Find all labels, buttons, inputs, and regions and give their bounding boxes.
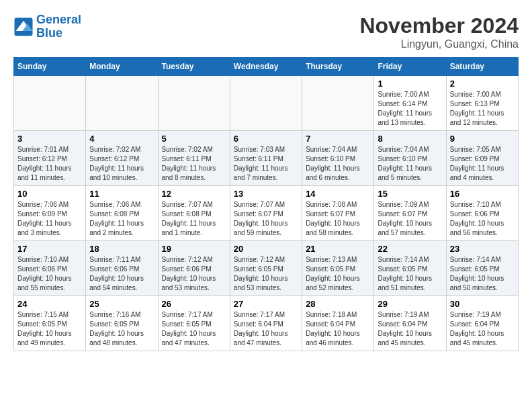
calendar-cell: 10Sunrise: 7:06 AM Sunset: 6:09 PM Dayli… — [14, 186, 86, 241]
day-number: 24 — [17, 299, 82, 309]
day-info: Sunrise: 7:02 AM Sunset: 6:11 PM Dayligh… — [162, 145, 226, 183]
day-number: 9 — [450, 134, 515, 144]
day-info: Sunrise: 7:12 AM Sunset: 6:05 PM Dayligh… — [234, 255, 298, 293]
weekday-header: Saturday — [446, 58, 518, 76]
logo-icon — [13, 17, 34, 37]
weekday-header: Thursday — [302, 58, 374, 76]
calendar-cell: 26Sunrise: 7:17 AM Sunset: 6:05 PM Dayli… — [158, 296, 230, 351]
calendar-cell: 30Sunrise: 7:19 AM Sunset: 6:04 PM Dayli… — [446, 296, 518, 351]
day-info: Sunrise: 7:04 AM Sunset: 6:10 PM Dayligh… — [306, 145, 370, 183]
day-info: Sunrise: 7:17 AM Sunset: 6:04 PM Dayligh… — [234, 310, 298, 348]
day-info: Sunrise: 7:10 AM Sunset: 6:06 PM Dayligh… — [450, 200, 515, 238]
calendar-cell: 4Sunrise: 7:02 AM Sunset: 6:12 PM Daylig… — [86, 131, 158, 186]
weekday-header-row: SundayMondayTuesdayWednesdayThursdayFrid… — [14, 58, 519, 76]
calendar-cell: 13Sunrise: 7:07 AM Sunset: 6:07 PM Dayli… — [230, 186, 302, 241]
day-number: 30 — [450, 299, 515, 309]
day-number: 22 — [378, 244, 442, 254]
day-info: Sunrise: 7:02 AM Sunset: 6:12 PM Dayligh… — [89, 145, 154, 183]
day-number: 5 — [162, 134, 226, 144]
weekday-header: Sunday — [14, 58, 86, 76]
day-number: 14 — [306, 189, 370, 199]
calendar-cell: 12Sunrise: 7:07 AM Sunset: 6:08 PM Dayli… — [158, 186, 230, 241]
day-info: Sunrise: 7:13 AM Sunset: 6:05 PM Dayligh… — [306, 255, 370, 293]
day-number: 21 — [306, 244, 370, 254]
calendar-week-row: 10Sunrise: 7:06 AM Sunset: 6:09 PM Dayli… — [14, 186, 519, 241]
logo: General Blue — [13, 13, 81, 40]
day-info: Sunrise: 7:15 AM Sunset: 6:05 PM Dayligh… — [17, 310, 82, 348]
day-number: 4 — [89, 134, 154, 144]
weekday-header: Tuesday — [158, 58, 230, 76]
logo-text: General Blue — [36, 13, 81, 40]
calendar-cell: 24Sunrise: 7:15 AM Sunset: 6:05 PM Dayli… — [14, 296, 86, 351]
day-info: Sunrise: 7:16 AM Sunset: 6:05 PM Dayligh… — [89, 310, 154, 348]
calendar-cell: 15Sunrise: 7:09 AM Sunset: 6:07 PM Dayli… — [374, 186, 446, 241]
calendar-cell: 6Sunrise: 7:03 AM Sunset: 6:11 PM Daylig… — [230, 131, 302, 186]
calendar-cell — [302, 76, 374, 131]
day-info: Sunrise: 7:07 AM Sunset: 6:07 PM Dayligh… — [234, 200, 298, 238]
day-number: 1 — [378, 79, 442, 89]
calendar-cell: 7Sunrise: 7:04 AM Sunset: 6:10 PM Daylig… — [302, 131, 374, 186]
day-info: Sunrise: 7:18 AM Sunset: 6:04 PM Dayligh… — [306, 310, 370, 348]
calendar-cell: 3Sunrise: 7:01 AM Sunset: 6:12 PM Daylig… — [14, 131, 86, 186]
day-number: 3 — [17, 134, 82, 144]
calendar-cell: 21Sunrise: 7:13 AM Sunset: 6:05 PM Dayli… — [302, 241, 374, 296]
day-info: Sunrise: 7:14 AM Sunset: 6:05 PM Dayligh… — [378, 255, 442, 293]
month-title: November 2024 — [359, 13, 519, 38]
day-info: Sunrise: 7:01 AM Sunset: 6:12 PM Dayligh… — [17, 145, 82, 183]
calendar-cell: 18Sunrise: 7:11 AM Sunset: 6:06 PM Dayli… — [86, 241, 158, 296]
calendar-week-row: 1Sunrise: 7:00 AM Sunset: 6:14 PM Daylig… — [14, 76, 519, 131]
day-number: 25 — [89, 299, 154, 309]
calendar-cell: 2Sunrise: 7:00 AM Sunset: 6:13 PM Daylig… — [446, 76, 518, 131]
day-number: 12 — [162, 189, 226, 199]
day-info: Sunrise: 7:19 AM Sunset: 6:04 PM Dayligh… — [378, 310, 442, 348]
day-info: Sunrise: 7:10 AM Sunset: 6:06 PM Dayligh… — [17, 255, 82, 293]
day-number: 17 — [17, 244, 82, 254]
day-info: Sunrise: 7:14 AM Sunset: 6:05 PM Dayligh… — [450, 255, 515, 293]
day-number: 13 — [234, 189, 298, 199]
calendar-week-row: 24Sunrise: 7:15 AM Sunset: 6:05 PM Dayli… — [14, 296, 519, 351]
day-info: Sunrise: 7:08 AM Sunset: 6:07 PM Dayligh… — [306, 200, 370, 238]
calendar-cell: 1Sunrise: 7:00 AM Sunset: 6:14 PM Daylig… — [374, 76, 446, 131]
calendar-week-row: 17Sunrise: 7:10 AM Sunset: 6:06 PM Dayli… — [14, 241, 519, 296]
day-number: 10 — [17, 189, 82, 199]
calendar-cell: 20Sunrise: 7:12 AM Sunset: 6:05 PM Dayli… — [230, 241, 302, 296]
day-number: 11 — [89, 189, 154, 199]
calendar-week-row: 3Sunrise: 7:01 AM Sunset: 6:12 PM Daylig… — [14, 131, 519, 186]
weekday-header: Friday — [374, 58, 446, 76]
day-info: Sunrise: 7:05 AM Sunset: 6:09 PM Dayligh… — [450, 145, 515, 183]
calendar-table: SundayMondayTuesdayWednesdayThursdayFrid… — [13, 57, 519, 351]
day-info: Sunrise: 7:04 AM Sunset: 6:10 PM Dayligh… — [378, 145, 442, 183]
calendar-cell: 14Sunrise: 7:08 AM Sunset: 6:07 PM Dayli… — [302, 186, 374, 241]
day-number: 18 — [89, 244, 154, 254]
day-info: Sunrise: 7:17 AM Sunset: 6:05 PM Dayligh… — [162, 310, 226, 348]
weekday-header: Wednesday — [230, 58, 302, 76]
day-info: Sunrise: 7:09 AM Sunset: 6:07 PM Dayligh… — [378, 200, 442, 238]
calendar-cell — [86, 76, 158, 131]
calendar-cell: 5Sunrise: 7:02 AM Sunset: 6:11 PM Daylig… — [158, 131, 230, 186]
day-number: 23 — [450, 244, 515, 254]
page-header: General Blue November 2024 Lingyun, Guan… — [13, 13, 519, 50]
day-number: 27 — [234, 299, 298, 309]
day-number: 20 — [234, 244, 298, 254]
calendar-cell: 23Sunrise: 7:14 AM Sunset: 6:05 PM Dayli… — [446, 241, 518, 296]
day-info: Sunrise: 7:03 AM Sunset: 6:11 PM Dayligh… — [234, 145, 298, 183]
day-number: 6 — [234, 134, 298, 144]
calendar-cell: 8Sunrise: 7:04 AM Sunset: 6:10 PM Daylig… — [374, 131, 446, 186]
location: Lingyun, Guangxi, China — [359, 38, 519, 50]
day-info: Sunrise: 7:07 AM Sunset: 6:08 PM Dayligh… — [162, 200, 226, 238]
calendar-cell: 16Sunrise: 7:10 AM Sunset: 6:06 PM Dayli… — [446, 186, 518, 241]
day-number: 28 — [306, 299, 370, 309]
calendar-cell: 25Sunrise: 7:16 AM Sunset: 6:05 PM Dayli… — [86, 296, 158, 351]
day-info: Sunrise: 7:06 AM Sunset: 6:08 PM Dayligh… — [89, 200, 154, 238]
calendar-cell: 29Sunrise: 7:19 AM Sunset: 6:04 PM Dayli… — [374, 296, 446, 351]
day-number: 2 — [450, 79, 515, 89]
day-info: Sunrise: 7:06 AM Sunset: 6:09 PM Dayligh… — [17, 200, 82, 238]
weekday-header: Monday — [86, 58, 158, 76]
title-block: November 2024 Lingyun, Guangxi, China — [359, 13, 519, 50]
day-info: Sunrise: 7:11 AM Sunset: 6:06 PM Dayligh… — [89, 255, 154, 293]
day-info: Sunrise: 7:00 AM Sunset: 6:13 PM Dayligh… — [450, 90, 515, 128]
day-number: 15 — [378, 189, 442, 199]
calendar-cell: 27Sunrise: 7:17 AM Sunset: 6:04 PM Dayli… — [230, 296, 302, 351]
calendar-cell: 17Sunrise: 7:10 AM Sunset: 6:06 PM Dayli… — [14, 241, 86, 296]
day-number: 29 — [378, 299, 442, 309]
